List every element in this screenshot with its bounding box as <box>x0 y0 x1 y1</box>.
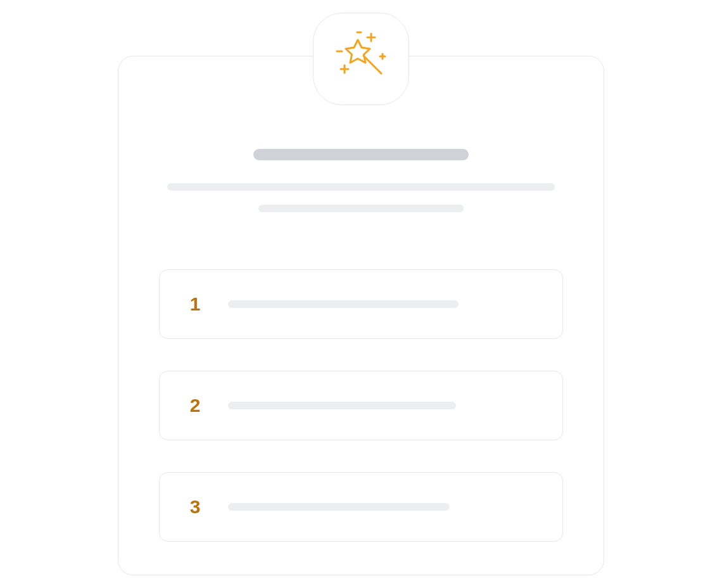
skeleton-line <box>228 300 459 308</box>
step-card-1[interactable]: 1 <box>159 269 563 339</box>
skeleton-line <box>258 205 464 212</box>
icon-badge <box>313 13 409 105</box>
skeleton-line <box>167 183 555 191</box>
magic-wand-icon <box>329 26 393 92</box>
skeleton-title <box>253 149 469 160</box>
skeleton-line <box>228 503 450 511</box>
steps-list: 1 2 3 <box>159 269 563 542</box>
header-skeleton <box>158 149 564 212</box>
step-number: 2 <box>189 395 201 416</box>
step-number: 1 <box>189 293 201 315</box>
step-card-3[interactable]: 3 <box>159 472 563 542</box>
step-number: 3 <box>189 496 201 518</box>
onboarding-card: 1 2 3 <box>118 56 604 575</box>
svg-line-0 <box>364 56 381 74</box>
skeleton-line <box>228 402 456 409</box>
step-card-2[interactable]: 2 <box>159 371 563 440</box>
